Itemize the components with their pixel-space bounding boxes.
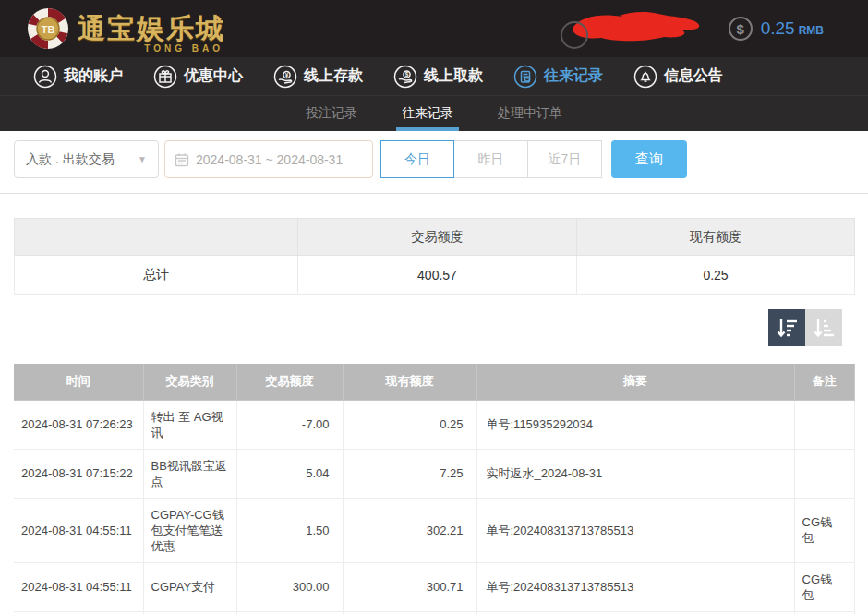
cell-note	[794, 400, 854, 449]
records-icon	[513, 65, 537, 89]
table-row: 2024-08-31 07:26:23转出 至 AG视讯-7.000.25单号:…	[14, 400, 854, 449]
nav-item-account[interactable]: 我的账户	[33, 65, 123, 89]
withdraw-icon: $	[393, 65, 417, 89]
table-header-row: 时间 交易类别 交易额度 现有额度 摘要 备注	[14, 364, 854, 400]
tab-label: 往来记录	[402, 105, 453, 122]
summary-table: 交易额度 现有额度 总计 400.57 0.25	[14, 218, 855, 295]
cell-type: CGPAY支付	[143, 562, 236, 611]
cell-balance: 0.25	[343, 400, 476, 449]
cell-amount: 5.04	[236, 449, 343, 498]
button-label: 今日	[404, 151, 430, 168]
nav-label: 我的账户	[64, 66, 123, 86]
summary-balance-total: 0.25	[577, 256, 855, 295]
sort-descending-button[interactable]	[768, 309, 805, 346]
nav-label: 线上存款	[304, 66, 363, 86]
svg-text:¥: ¥	[285, 71, 289, 78]
chevron-down-icon: ▼	[138, 154, 147, 164]
header-amount: 交易额度	[236, 364, 343, 400]
summary-header-empty	[15, 219, 298, 256]
date-range-value: 2024-08-31 ~ 2024-08-31	[196, 152, 343, 167]
avatar-icon	[561, 21, 588, 49]
header-balance: 现有额度	[343, 364, 476, 400]
transaction-type-select[interactable]: 入款 . 出款交易 ▼	[14, 140, 159, 178]
button-label: 昨日	[478, 151, 504, 168]
summary-total-label: 总计	[15, 256, 298, 295]
section-divider	[0, 193, 868, 194]
cell-type: 转出 至 AG视讯	[143, 400, 236, 449]
nav-item-records[interactable]: 往来记录	[513, 65, 603, 89]
cell-amount: 1.50	[236, 498, 343, 562]
today-button[interactable]: 今日	[380, 140, 454, 178]
cell-time: 2024-08-31 07:26:23	[14, 400, 143, 449]
cell-note	[794, 449, 854, 498]
transactions-body: 2024-08-31 07:26:23转出 至 AG视讯-7.000.25单号:…	[14, 400, 854, 614]
cell-summary: 实时返水_2024-08-31	[476, 449, 794, 498]
site-logo[interactable]: TB 通宝娱乐城 TONG BAO	[26, 6, 225, 51]
cell-time: 2024-08-31 04:55:11	[14, 498, 143, 562]
table-row: 2024-08-31 04:55:11CGPAY-CG钱包支付笔笔送优惠1.50…	[14, 498, 854, 562]
sort-ascending-icon	[813, 317, 835, 339]
search-button[interactable]: 查询	[611, 140, 687, 178]
last7days-button[interactable]: 近7日	[528, 140, 602, 178]
cell-balance: 302.21	[343, 498, 476, 562]
yesterday-button[interactable]: 昨日	[454, 140, 528, 178]
svg-text:TB: TB	[42, 24, 55, 35]
cell-type: BB视讯骰宝返点	[143, 449, 236, 498]
cell-note: CG钱包	[794, 562, 854, 611]
cell-amount: 300.00	[236, 562, 343, 611]
cell-note: CG钱包	[794, 498, 854, 562]
tab-pending-orders[interactable]: 处理中订单	[492, 96, 568, 131]
calendar-icon	[175, 152, 189, 167]
casino-chip-icon: TB	[26, 6, 70, 51]
summary-header-balance: 现有额度	[577, 219, 855, 256]
summary-header-transaction: 交易额度	[298, 219, 577, 256]
nav-item-promotions[interactable]: 优惠中心	[153, 65, 243, 89]
header-summary: 摘要	[476, 364, 794, 400]
deposit-icon: ¥	[273, 65, 297, 89]
cell-balance: 300.71	[343, 562, 476, 611]
cell-amount: -7.00	[236, 400, 343, 449]
balance-amount: 0.25	[761, 18, 795, 38]
svg-text:$: $	[405, 71, 409, 78]
nav-label: 信息公告	[664, 66, 723, 86]
header-note: 备注	[794, 364, 854, 400]
tab-betting-records[interactable]: 投注记录	[300, 96, 363, 131]
cell-time: 2024-08-31 04:55:11	[14, 562, 143, 611]
user-icon	[33, 65, 57, 89]
cell-summary: 单号:202408313713785513	[476, 498, 794, 562]
quick-date-group: 今日 昨日 近7日	[380, 140, 602, 178]
header-type: 交易类别	[143, 364, 236, 400]
cell-summary: 单号:115935292034	[476, 400, 794, 449]
balance-display[interactable]: 0.25RMB	[761, 18, 824, 39]
nav-label: 线上取款	[424, 66, 483, 86]
site-subtitle: TONG BAO	[144, 43, 223, 54]
cell-balance: 7.25	[343, 449, 476, 498]
username-area	[564, 8, 712, 49]
nav-item-deposit[interactable]: ¥ 线上存款	[273, 65, 363, 89]
select-value: 入款 . 出款交易	[26, 151, 115, 168]
button-label: 近7日	[549, 151, 582, 168]
table-row: 2024-08-31 07:15:22BB视讯骰宝返点5.047.25实时返水_…	[14, 449, 854, 498]
main-nav: 我的账户 优惠中心 ¥ 线上存款 $ 线上取款	[0, 57, 868, 96]
table-row: 2024-08-31 04:55:11CGPAY支付300.00300.71单号…	[14, 562, 854, 611]
sort-descending-icon	[776, 317, 798, 339]
date-range-input[interactable]: 2024-08-31 ~ 2024-08-31	[164, 140, 373, 178]
sort-ascending-button[interactable]	[805, 309, 842, 346]
filter-bar: 入款 . 出款交易 ▼ 2024-08-31 ~ 2024-08-31 今日 昨…	[0, 131, 868, 178]
nav-label: 往来记录	[544, 66, 603, 86]
nav-item-announcements[interactable]: 信息公告	[633, 65, 723, 89]
nav-label: 优惠中心	[184, 66, 243, 86]
cell-summary: 单号:202408313713785513	[476, 562, 794, 611]
site-title: 通宝娱乐城	[78, 13, 225, 44]
summary-transaction-total: 400.57	[298, 256, 577, 295]
gift-icon	[153, 65, 177, 89]
balance-currency: RMB	[799, 24, 824, 37]
tab-label: 投注记录	[306, 105, 357, 122]
transactions-table: 时间 交易类别 交易额度 现有额度 摘要 备注 2024-08-31 07:26…	[14, 364, 855, 614]
top-header: TB 通宝娱乐城 TONG BAO $ 0.25RMB	[0, 0, 868, 57]
nav-item-withdraw[interactable]: $ 线上取款	[393, 65, 483, 89]
cell-type: CGPAY-CG钱包支付笔笔送优惠	[143, 498, 236, 562]
bell-icon	[633, 65, 657, 89]
tab-transaction-records[interactable]: 往来记录	[396, 96, 459, 131]
sort-controls	[0, 309, 842, 346]
